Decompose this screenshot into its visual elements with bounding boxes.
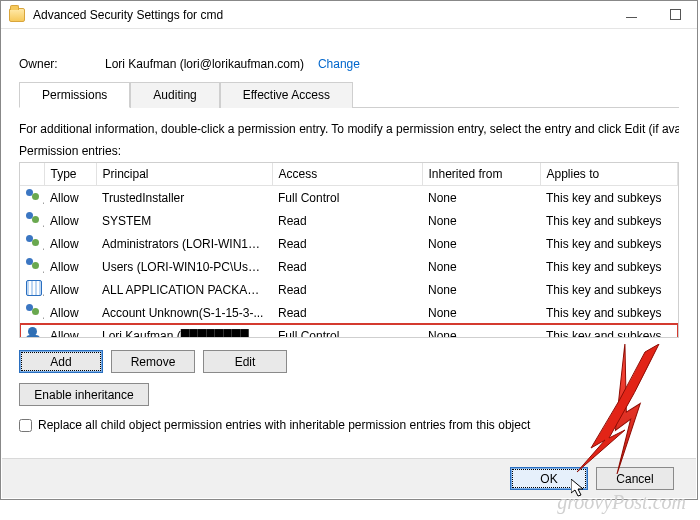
permission-table[interactable]: Type Principal Access Inherited from App… xyxy=(19,162,679,338)
cell-inherited: None xyxy=(422,278,540,301)
window-title: Advanced Security Settings for cmd xyxy=(33,8,223,22)
tab-effective-access[interactable]: Effective Access xyxy=(220,82,353,108)
tab-permissions[interactable]: Permissions xyxy=(19,82,130,108)
enable-inheritance-button[interactable]: Enable inheritance xyxy=(19,383,149,406)
principal-icon xyxy=(26,257,42,273)
add-button[interactable]: Add xyxy=(19,350,103,373)
col-header-type[interactable]: Type xyxy=(44,163,96,186)
col-header-applies[interactable]: Applies to xyxy=(540,163,678,186)
col-header-blank[interactable] xyxy=(20,163,44,186)
cell-applies: This key and subkeys xyxy=(540,209,678,232)
titlebar: Advanced Security Settings for cmd xyxy=(1,1,697,29)
principal-icon xyxy=(26,234,42,250)
cell-principal: Administrators (LORI-WIN10-... xyxy=(96,232,272,255)
ok-button[interactable]: OK xyxy=(510,467,588,490)
table-row[interactable]: AllowUsers (LORI-WIN10-PC\Users)ReadNone… xyxy=(20,255,678,278)
cell-type: Allow xyxy=(44,301,96,324)
cell-applies: This key and subkeys xyxy=(540,278,678,301)
table-row[interactable]: AllowAdministrators (LORI-WIN10-...ReadN… xyxy=(20,232,678,255)
cell-access: Full Control xyxy=(272,324,422,338)
cell-access: Full Control xyxy=(272,186,422,210)
cell-type: Allow xyxy=(44,255,96,278)
cell-principal: Account Unknown(S-1-15-3-... xyxy=(96,301,272,324)
col-header-access[interactable]: Access xyxy=(272,163,422,186)
cell-applies: This key and subkeys xyxy=(540,232,678,255)
cell-access: Read xyxy=(272,255,422,278)
cell-principal: TrustedInstaller xyxy=(96,186,272,210)
cell-principal: Lori Kaufman (███████████... xyxy=(96,324,272,338)
cell-inherited: None xyxy=(422,301,540,324)
cell-inherited: None xyxy=(422,232,540,255)
minimize-button[interactable] xyxy=(609,1,653,29)
cell-applies: This key and subkeys xyxy=(540,301,678,324)
info-text: For additional information, double-click… xyxy=(19,122,679,136)
col-header-principal[interactable]: Principal xyxy=(96,163,272,186)
principal-icon xyxy=(26,188,42,204)
tabs: Permissions Auditing Effective Access xyxy=(19,81,679,108)
table-row[interactable]: AllowALL APPLICATION PACKAGESReadNoneThi… xyxy=(20,278,678,301)
remove-button[interactable]: Remove xyxy=(111,350,195,373)
cell-applies: This key and subkeys xyxy=(540,186,678,210)
tab-auditing[interactable]: Auditing xyxy=(130,82,219,108)
cell-inherited: None xyxy=(422,324,540,338)
cell-type: Allow xyxy=(44,209,96,232)
cell-type: Allow xyxy=(44,324,96,338)
owner-name: Lori Kaufman (lori@lorikaufman.com) xyxy=(105,57,304,71)
principal-icon xyxy=(26,280,42,296)
cell-access: Read xyxy=(272,209,422,232)
principal-icon xyxy=(26,211,42,227)
table-row[interactable]: AllowTrustedInstallerFull ControlNoneThi… xyxy=(20,186,678,210)
cell-type: Allow xyxy=(44,186,96,210)
folder-icon xyxy=(9,8,25,22)
cell-principal: SYSTEM xyxy=(96,209,272,232)
edit-button[interactable]: Edit xyxy=(203,350,287,373)
principal-icon xyxy=(26,326,42,338)
cell-access: Read xyxy=(272,232,422,255)
cell-inherited: None xyxy=(422,209,540,232)
cell-type: Allow xyxy=(44,278,96,301)
cell-inherited: None xyxy=(422,255,540,278)
change-owner-link[interactable]: Change xyxy=(318,57,360,71)
cell-inherited: None xyxy=(422,186,540,210)
cancel-button[interactable]: Cancel xyxy=(596,467,674,490)
cell-principal: ALL APPLICATION PACKAGES xyxy=(96,278,272,301)
cell-applies: This key and subkeys xyxy=(540,255,678,278)
cell-principal: Users (LORI-WIN10-PC\Users) xyxy=(96,255,272,278)
cell-access: Read xyxy=(272,301,422,324)
table-row[interactable]: AllowSYSTEMReadNoneThis key and subkeys xyxy=(20,209,678,232)
replace-child-checkbox[interactable] xyxy=(19,419,32,432)
maximize-button[interactable] xyxy=(653,1,697,29)
col-header-inherited[interactable]: Inherited from xyxy=(422,163,540,186)
cell-applies: This key and subkeys xyxy=(540,324,678,338)
bottom-button-bar: OK Cancel xyxy=(2,458,696,498)
replace-child-label: Replace all child object permission entr… xyxy=(38,418,530,432)
table-row[interactable]: AllowAccount Unknown(S-1-15-3-...ReadNon… xyxy=(20,301,678,324)
entries-label: Permission entries: xyxy=(19,144,679,158)
cell-access: Read xyxy=(272,278,422,301)
table-row[interactable]: AllowLori Kaufman (███████████...Full Co… xyxy=(20,324,678,338)
cell-type: Allow xyxy=(44,232,96,255)
principal-icon xyxy=(26,303,42,319)
owner-label: Owner: xyxy=(19,57,105,71)
